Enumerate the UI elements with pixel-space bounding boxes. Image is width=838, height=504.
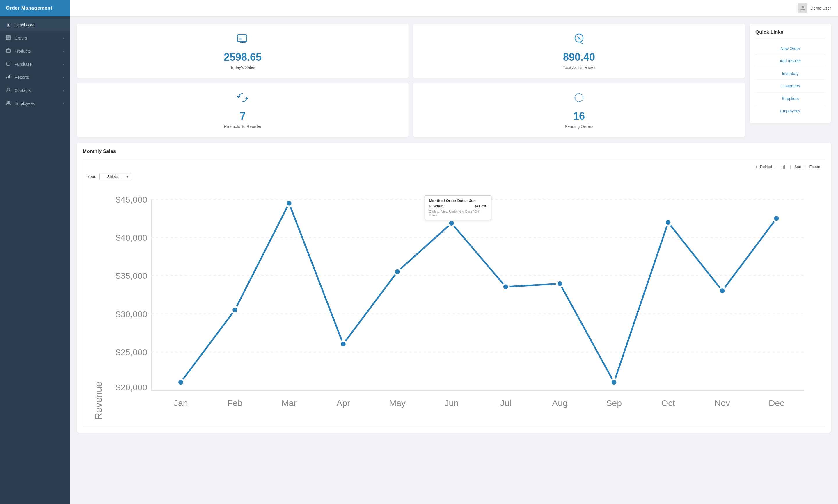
sales-label: Today's Sales [230, 65, 255, 70]
arrow-icon-contacts: › [63, 89, 64, 92]
sort-button[interactable]: Sort [794, 164, 801, 169]
y-label-40k: $40,000 [116, 233, 147, 242]
data-point-feb[interactable] [232, 307, 238, 313]
x-label-oct: Oct [661, 398, 675, 408]
svg-rect-14 [237, 35, 247, 41]
chart-chevron: › [756, 164, 757, 169]
reorder-icon [236, 91, 250, 107]
sidebar-item-orders[interactable]: Orders › [0, 31, 70, 44]
inventory-link[interactable]: Inventory [782, 71, 799, 76]
chart-toolbar: › Refresh | | Sort | Export [88, 164, 820, 169]
sidebar-item-purchase[interactable]: Purchase › [0, 57, 70, 71]
stat-card-reorder: 7 Products To Reorder [77, 83, 409, 137]
chart-container: › Refresh | | Sort | Export Year: --- [83, 159, 825, 427]
svg-text:$: $ [578, 37, 580, 40]
svg-point-11 [7, 88, 9, 90]
quick-link-customers[interactable]: Customers [755, 80, 825, 92]
x-label-feb: Feb [227, 398, 242, 408]
data-point-sep[interactable] [611, 379, 617, 385]
quick-link-add-invoice[interactable]: Add Invoice [755, 55, 825, 68]
x-label-mar: Mar [282, 398, 297, 408]
add-invoice-link[interactable]: Add Invoice [780, 59, 801, 64]
sidebar-item-dashboard[interactable]: ⊞ Dashboard [0, 19, 70, 31]
monthly-sales-section: Monthly Sales › Refresh | | Sort | Expor… [77, 143, 831, 433]
dashboard-content: 2598.65 Today's Sales $ [70, 17, 838, 504]
year-select-row: Year: --- Select --- 2023 2022 2021 ▼ [88, 173, 820, 180]
svg-line-21 [581, 43, 583, 44]
chart-type-icon[interactable] [781, 164, 787, 169]
y-label-45k: $45,000 [116, 195, 147, 204]
data-point-apr[interactable] [340, 341, 346, 347]
stat-card-pending: 16 Pending Orders [413, 83, 745, 137]
employees-icon [6, 101, 11, 106]
x-label-aug: Aug [552, 398, 568, 408]
expenses-icon: $ [572, 32, 586, 48]
data-point-mar[interactable] [286, 200, 292, 206]
main-content: Demo User 2598.65 [70, 0, 838, 504]
orders-icon [6, 35, 11, 41]
arrow-icon-employees: › [63, 102, 64, 105]
y-label-35k: $35,000 [116, 271, 147, 281]
customers-link[interactable]: Customers [781, 84, 800, 88]
sidebar-label-products: Products [15, 49, 31, 53]
svg-rect-10 [9, 75, 10, 78]
toolbar-sep2: | [790, 164, 791, 169]
quick-link-inventory[interactable]: Inventory [755, 68, 825, 80]
toolbar-sep3: | [805, 164, 806, 169]
sidebar-label-purchase: Purchase [15, 62, 32, 67]
data-point-jan[interactable] [177, 379, 184, 385]
employees-link[interactable]: Employees [780, 109, 800, 113]
year-select[interactable]: --- Select --- 2023 2022 2021 [99, 173, 131, 180]
data-point-nov[interactable] [719, 288, 725, 294]
expenses-label: Today's Expenses [563, 65, 595, 70]
app-header: Order Management [0, 0, 70, 16]
refresh-button[interactable]: Refresh [760, 164, 773, 169]
svg-point-12 [7, 102, 8, 103]
data-point-jun[interactable] [448, 220, 455, 227]
user-name: Demo User [810, 6, 831, 11]
data-point-aug[interactable] [557, 281, 563, 287]
sidebar-label-contacts: Contacts [15, 88, 31, 93]
pending-icon [572, 91, 586, 107]
svg-rect-8 [6, 77, 7, 78]
data-point-dec[interactable] [773, 215, 780, 221]
quick-link-suppliers[interactable]: Suppliers [755, 92, 825, 105]
pending-label: Pending Orders [565, 124, 593, 129]
quick-links-panel: Quick Links New Order Add Invoice Invent… [750, 23, 831, 123]
x-label-may: May [389, 398, 406, 408]
line-chart[interactable]: Revenue $45,000 $40,000 $35,000 [88, 183, 820, 422]
svg-point-24 [575, 94, 583, 102]
data-point-jul[interactable] [502, 284, 509, 290]
svg-point-13 [8, 102, 10, 103]
svg-rect-9 [8, 76, 9, 78]
app-title: Order Management [6, 5, 52, 11]
chart-area: Revenue $45,000 $40,000 $35,000 [88, 183, 820, 422]
export-button[interactable]: Export [809, 164, 820, 169]
y-label-25k: $25,000 [116, 347, 147, 357]
reports-icon [6, 74, 11, 80]
quick-link-new-order[interactable]: New Order [755, 42, 825, 55]
sidebar-item-products[interactable]: Products › [0, 44, 70, 57]
svg-rect-16 [239, 38, 241, 40]
arrow-icon-reports: › [63, 76, 64, 79]
sidebar-item-contacts[interactable]: Contacts › [0, 84, 70, 97]
sidebar-item-reports[interactable]: Reports › [0, 71, 70, 84]
sidebar-item-employees[interactable]: Employees › [0, 97, 70, 110]
x-label-jun: Jun [445, 398, 459, 408]
data-point-may[interactable] [394, 269, 401, 275]
new-order-link[interactable]: New Order [781, 46, 800, 51]
quick-links-title: Quick Links [755, 29, 825, 39]
user-info: Demo User [798, 3, 831, 13]
expenses-value: 890.40 [563, 51, 595, 64]
quick-link-employees[interactable]: Employees [755, 105, 825, 117]
reorder-value: 7 [240, 110, 245, 122]
arrow-icon-purchase: › [63, 62, 64, 66]
data-point-oct[interactable] [665, 219, 671, 226]
x-label-jan: Jan [174, 398, 188, 408]
year-label: Year: [88, 174, 96, 179]
products-icon [6, 48, 11, 54]
sidebar-label-reports: Reports [15, 75, 29, 79]
sales-icon [236, 32, 250, 48]
suppliers-link[interactable]: Suppliers [782, 96, 799, 101]
contacts-icon [6, 88, 11, 93]
